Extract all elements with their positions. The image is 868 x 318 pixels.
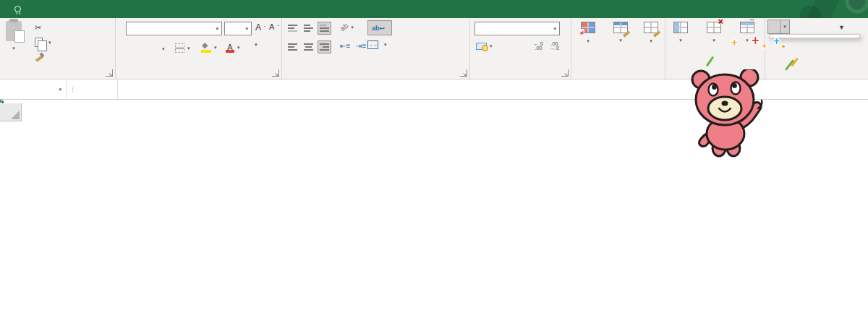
- font-color-icon: A: [226, 43, 234, 53]
- group-styles: ▾ ▾ ▾: [571, 18, 665, 79]
- number-format-combo[interactable]: ▾: [475, 22, 560, 35]
- table-label-2: ▾: [619, 36, 622, 44]
- group-editing: ▾ ▼: [765, 18, 868, 79]
- header-art: [680, 0, 868, 18]
- fill-color-icon: [201, 43, 211, 53]
- align-top-button[interactable]: [286, 22, 299, 34]
- chevron-down-icon: ▾: [384, 42, 387, 48]
- select-all-button[interactable]: [0, 103, 22, 121]
- align-center-button[interactable]: [302, 41, 315, 53]
- selected-cell-border: [0, 100, 3, 103]
- ribbon-tab-bar: [0, 0, 868, 18]
- number-dialog-launcher[interactable]: [561, 69, 569, 77]
- name-box[interactable]: ▾: [0, 80, 67, 99]
- cell-styles-button[interactable]: ▾: [638, 22, 664, 45]
- autosum-dropdown-arrow[interactable]: ▾: [780, 20, 790, 34]
- shrink-font-button[interactable]: Aˇ: [269, 22, 279, 31]
- group-cells: ▾ ▾ ▾: [665, 18, 765, 79]
- wrap-text-icon: ab↩: [372, 25, 385, 32]
- currency-icon: [476, 43, 487, 50]
- cf-label-2: ▾: [587, 36, 590, 45]
- font-color-button[interactable]: A▾: [226, 43, 240, 53]
- wrap-text-button[interactable]: ab↩: [367, 20, 392, 35]
- insert-cells-icon: [673, 22, 688, 33]
- grow-font-button[interactable]: Aˆ: [255, 22, 265, 33]
- format-as-table-icon: [613, 22, 628, 33]
- phonetic-button[interactable]: ▾: [252, 42, 258, 48]
- chevron-down-icon: ▾: [214, 45, 217, 51]
- tell-me-search[interactable]: [6, 0, 35, 18]
- group-font: ▾ ▾ Aˆ Aˇ ▾ ▾ ▾ A▾ ▾: [116, 18, 282, 79]
- chevron-down-icon: ▾: [553, 26, 556, 32]
- underline-dropdown[interactable]: ▾: [162, 46, 165, 52]
- conditional-formatting-button[interactable]: ▾: [573, 22, 603, 45]
- font-family-combo[interactable]: ▾: [126, 22, 222, 35]
- ribbon-home: ▾ ✂ ▾ ▾: [0, 18, 868, 80]
- align-right-button[interactable]: [318, 41, 331, 53]
- format-cells-button[interactable]: ▾: [736, 22, 758, 44]
- cell-styles-icon: [644, 22, 658, 33]
- align-left-button[interactable]: [286, 41, 299, 53]
- lightbulb-icon: [14, 6, 21, 12]
- format-cells-icon: [740, 22, 754, 33]
- orientation-button[interactable]: ab▾: [340, 23, 354, 31]
- sort-filter-button[interactable]: ▼: [838, 21, 845, 31]
- copy-button[interactable]: ▾: [35, 38, 51, 47]
- conditional-formatting-icon: [581, 22, 595, 33]
- cut-button[interactable]: ✂: [35, 23, 44, 33]
- chevron-down-icon: ▾: [679, 36, 682, 44]
- group-clipboard: ▾ ✂ ▾: [0, 18, 116, 79]
- chevron-down-icon: ▾: [59, 87, 61, 93]
- formula-bar: ▾ ⁞: [0, 80, 868, 100]
- format-painter-icon: [35, 52, 44, 61]
- chevron-down-icon: ▾: [48, 40, 51, 46]
- format-painter-button[interactable]: [35, 52, 47, 61]
- chevron-down-icon: ▾: [712, 36, 715, 44]
- copy-icon: [35, 38, 43, 47]
- font-dialog-launcher[interactable]: [272, 69, 279, 77]
- chevron-down-icon: ▾: [351, 25, 354, 30]
- paste-button[interactable]: ▾: [6, 21, 22, 52]
- increase-indent-button[interactable]: ⇥≡: [356, 42, 366, 50]
- decrease-decimal-button[interactable]: .00→.0: [550, 42, 559, 51]
- sheet: [0, 100, 868, 318]
- borders-button[interactable]: ▾: [175, 43, 190, 53]
- excel-window: ▾ ✂ ▾ ▾: [0, 0, 868, 318]
- chevron-down-icon: ▾: [245, 26, 248, 32]
- chevron-down-icon: ▾: [237, 45, 240, 51]
- group-number: ▾ ▾ ←.0.00 .00→.0: [470, 18, 571, 79]
- merge-center-icon: →←: [367, 40, 378, 49]
- paste-icon: [6, 21, 22, 41]
- cellstyles-label-2: ▾: [650, 36, 652, 45]
- chevron-down-icon: ▾: [746, 36, 749, 44]
- format-as-table-button[interactable]: ▾: [603, 22, 638, 44]
- funnel-icon: ▼: [838, 24, 845, 31]
- chevron-down-icon: ▾: [255, 42, 258, 48]
- chevron-down-icon: ▾: [490, 43, 493, 49]
- group-alignment: ab▾ ab↩ ⇤≡ ⇥≡ →← ▾: [282, 18, 470, 79]
- align-middle-button[interactable]: [302, 22, 315, 34]
- chevron-down-icon: ▾: [187, 46, 190, 51]
- decrease-indent-button[interactable]: ⇤≡: [340, 42, 350, 50]
- merge-center-button[interactable]: →← ▾: [367, 40, 387, 49]
- orientation-icon: ab: [339, 22, 349, 33]
- increase-decimal-button[interactable]: ←.0.00: [534, 42, 543, 51]
- font-size-combo[interactable]: ▾: [224, 22, 252, 35]
- insert-cells-button[interactable]: ▾: [670, 22, 692, 44]
- alignment-dialog-launcher[interactable]: [460, 69, 467, 77]
- delete-cells-icon: [707, 22, 721, 33]
- formula-bar-grip: ⁞: [67, 80, 80, 99]
- borders-icon: [175, 43, 184, 53]
- chevron-down-icon: ▾: [12, 44, 15, 52]
- delete-cells-button[interactable]: ▾: [703, 22, 725, 44]
- scissors-icon: ✂: [35, 23, 41, 33]
- fill-color-button[interactable]: ▾: [201, 43, 217, 53]
- chevron-down-icon: ▾: [216, 26, 218, 32]
- clipboard-dialog-launcher[interactable]: [106, 69, 113, 77]
- align-bottom-button[interactable]: [318, 22, 331, 34]
- currency-button[interactable]: ▾: [476, 43, 493, 50]
- formula-input[interactable]: [118, 80, 868, 99]
- autosum-menu: [769, 34, 860, 38]
- autosum-button[interactable]: ▾: [767, 20, 790, 34]
